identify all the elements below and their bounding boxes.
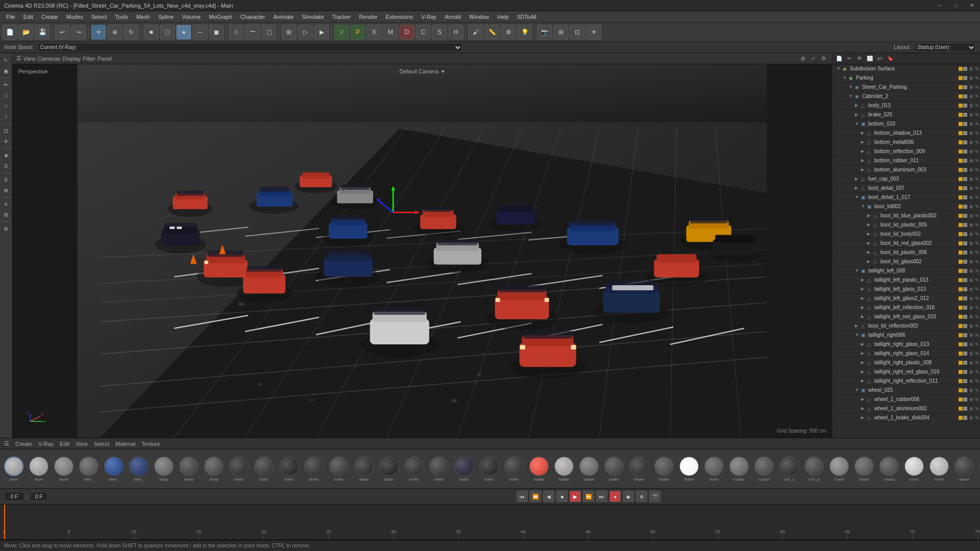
menu-item-modes[interactable]: Modes (62, 13, 87, 21)
paint[interactable]: 🖌 (468, 24, 483, 40)
close-button[interactable]: ✕ (964, 0, 980, 11)
record-btn[interactable]: ● (609, 491, 621, 502)
render-dot[interactable] (963, 388, 967, 392)
visibility-dot[interactable] (959, 104, 963, 108)
menu-item-file[interactable]: File (2, 13, 19, 21)
material-item[interactable]: botto (227, 457, 251, 482)
spline-tool[interactable]: 〜 (245, 24, 260, 40)
material-item[interactable]: chass (877, 457, 901, 482)
tree-item[interactable]: ▼▣wheel_025⊕ ✎ (832, 386, 980, 395)
render-dot[interactable] (963, 177, 967, 181)
face-mode[interactable]: ◼ (209, 24, 224, 40)
material-item[interactable]: botto (377, 457, 401, 482)
texture-menu[interactable]: Texture (141, 441, 160, 447)
material-item[interactable]: blue_ (102, 457, 126, 482)
material-item[interactable]: chror (927, 457, 951, 482)
render-dot[interactable] (963, 232, 967, 236)
open-button[interactable]: 📂 (18, 24, 34, 40)
nodespace-select[interactable]: Current (V-Ray) (38, 43, 462, 52)
sculpt[interactable]: S (432, 24, 447, 40)
material-item[interactable]: botto (477, 457, 501, 482)
visibility-dot[interactable] (959, 287, 963, 291)
render-dot[interactable] (963, 397, 967, 402)
visibility-dot[interactable] (959, 177, 963, 181)
vray-menu[interactable]: V-Ray (38, 441, 54, 447)
render-dot[interactable] (963, 241, 967, 245)
render-dot[interactable] (963, 306, 967, 310)
tree-item[interactable]: ▶△taillight_left_reflection_016⊕ ✎ (832, 303, 980, 312)
tree-item[interactable]: ▶△bottom_aluminum_003⊕ ✎ (832, 165, 980, 174)
maximize-viewport[interactable]: ⤢ (808, 54, 818, 63)
material-item[interactable]: botto (252, 457, 276, 482)
menu-item-mograph[interactable]: MoGraph (205, 13, 236, 21)
render-dot[interactable] (963, 159, 967, 163)
tree-item[interactable]: ▶△boot_lid_plastic_005⊕ ✎ (832, 220, 980, 230)
menu-item-spline[interactable]: Spline (154, 13, 178, 21)
light[interactable]: 💡 (517, 24, 532, 40)
maximize-button[interactable]: □ (947, 0, 964, 11)
menu-item-mesh[interactable]: Mesh (132, 13, 154, 21)
select-all[interactable]: ■ (143, 24, 159, 40)
hamburger-icon[interactable]: ☰ (16, 55, 21, 62)
render-dot[interactable] (963, 104, 967, 108)
edit-mat-menu[interactable]: Edit (60, 441, 69, 447)
material-item[interactable]: Botto (302, 457, 326, 482)
measure[interactable]: 📏 (484, 24, 500, 40)
grid-settings[interactable]: ⊞ (553, 24, 569, 40)
render-region[interactable]: ⊞ (281, 24, 297, 40)
material-item[interactable]: belt_ (77, 457, 101, 482)
visibility-dot[interactable] (959, 324, 963, 328)
material-item[interactable]: brake (652, 457, 676, 482)
visibility-dot[interactable] (959, 113, 963, 117)
visibility-dot[interactable] (959, 416, 963, 420)
material-item[interactable]: Casti (827, 457, 851, 482)
arrow-tool[interactable]: ↖ (1, 55, 11, 65)
visibility-dot[interactable] (959, 269, 963, 273)
render-dot[interactable] (963, 214, 967, 218)
tree-item[interactable]: ▶△boot_lid_glass002⊕ ✎ (832, 257, 980, 266)
redo-button[interactable]: ↪ (71, 24, 86, 40)
dynamics[interactable]: D (399, 24, 414, 40)
tree-file-icon[interactable]: 📄 (835, 54, 844, 63)
tree-item[interactable]: ▶△boot_lid_plastic_006⊕ ✎ (832, 248, 980, 257)
menu-item-simulate[interactable]: Simulate (298, 13, 328, 21)
visibility-dot[interactable] (959, 122, 963, 126)
material-item[interactable]: brake (602, 457, 626, 482)
settings[interactable]: ⚙ (501, 24, 516, 40)
menu-item-select[interactable]: Select (87, 13, 111, 21)
material-item[interactable]: brake (577, 457, 601, 482)
render-dot[interactable] (963, 168, 967, 172)
python-icon[interactable]: P (350, 24, 365, 40)
material-item[interactable]: botto (427, 457, 451, 482)
tree-item[interactable]: ▼▣boot_lid002⊕ ✎ (832, 202, 980, 211)
tree-item[interactable]: ▶△taillight_left_plastic_013⊕ ✎ (832, 276, 980, 285)
motion-clip-btn[interactable]: 🎬 (649, 491, 660, 502)
poly-pen[interactable]: ✏ (1, 80, 11, 90)
material-item[interactable]: botto (452, 457, 476, 482)
camera-icon[interactable]: 📷 (537, 24, 552, 40)
render-dot[interactable] (963, 278, 967, 282)
view-mat-menu[interactable]: View (76, 441, 88, 447)
visibility-dot[interactable] (959, 370, 963, 374)
render-dot[interactable] (963, 260, 967, 264)
menu-item-v-ray[interactable]: V-Ray (417, 13, 440, 21)
tree-item[interactable]: ▶△wheel_1_aluminum002⊕ ✎ (832, 404, 980, 413)
visibility-dot[interactable] (959, 186, 963, 190)
material-item[interactable]: brake (552, 457, 576, 482)
render-dot[interactable] (963, 122, 967, 126)
misc-tool[interactable]: S (1, 174, 11, 185)
layout-select[interactable]: Startup (User) (915, 43, 976, 52)
menu-item-character[interactable]: Character (236, 13, 269, 21)
tree-edit-icon[interactable]: ✏ (845, 54, 854, 63)
visibility-dot[interactable] (959, 140, 963, 144)
render-dot[interactable] (963, 195, 967, 199)
material-item[interactable]: butto (702, 457, 726, 482)
tree-item[interactable]: ▶△taillight_right_reflection_011⊕ ✎ (832, 377, 980, 386)
tree-item[interactable]: ▶△boot_lid_red_glass002⊕ ✎ (832, 239, 980, 248)
render-dot[interactable] (963, 113, 967, 117)
start-frame-input[interactable] (30, 492, 48, 501)
render-dot[interactable] (963, 287, 967, 291)
render-dot[interactable] (963, 205, 967, 209)
cameras-menu[interactable]: Cameras (38, 56, 61, 62)
tree-item[interactable]: ▶△taillight_right_red_glass_010⊕ ✎ (832, 367, 980, 377)
